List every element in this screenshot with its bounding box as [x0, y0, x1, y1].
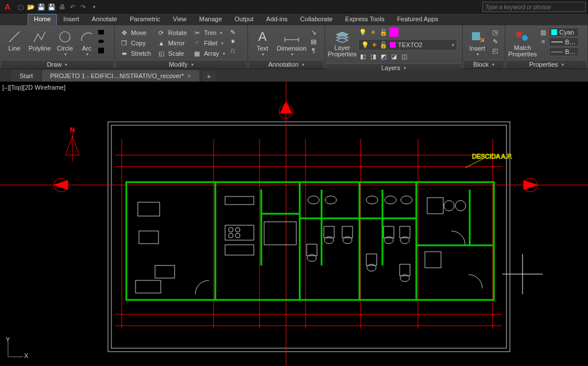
- layer-freeze-icon[interactable]: ☀: [369, 28, 378, 37]
- block-create-icon[interactable]: ◳: [490, 28, 500, 37]
- erase-icon[interactable]: ✎: [229, 28, 238, 37]
- circle-button[interactable]: Circle▾: [53, 28, 77, 59]
- list-icon[interactable]: ≡: [539, 37, 548, 46]
- svg-text:DESCIDA A.P.: DESCIDA A.P.: [472, 153, 512, 160]
- stretch-button[interactable]: ⬌Stretch: [117, 48, 153, 59]
- app-logo-icon[interactable]: A: [2, 2, 13, 12]
- layer-properties-icon: [334, 29, 351, 45]
- polyline-button[interactable]: Polyline: [28, 28, 52, 59]
- qat-new-icon[interactable]: ▢: [16, 2, 25, 11]
- qat-plot-icon[interactable]: 🖶: [57, 2, 67, 11]
- block-attr-icon[interactable]: ◰: [490, 46, 500, 55]
- tab-home[interactable]: Home: [28, 14, 57, 25]
- layer-lock-icon[interactable]: 🔓: [379, 28, 388, 37]
- panel-title-block[interactable]: Block▾: [464, 60, 504, 68]
- layer-properties-button[interactable]: Layer Properties: [327, 28, 357, 62]
- panel-title-properties[interactable]: Properties▾: [506, 60, 586, 68]
- layer-prev-icon[interactable]: ◪: [389, 52, 399, 61]
- tab-manage[interactable]: Manage: [193, 14, 229, 25]
- match-properties-button[interactable]: Match Properties: [508, 28, 537, 59]
- qat-undo-icon[interactable]: ↶: [68, 2, 77, 11]
- layer-combo[interactable]: 💡☀🔓 TEXTO2 ▾: [358, 39, 457, 51]
- dimension-button[interactable]: Dimension▾: [276, 28, 308, 59]
- tab-output[interactable]: Output: [229, 14, 260, 25]
- file-tabs: Start PROJETO 1 - EDIFICI…NISTRATIVO_rec…: [0, 69, 588, 82]
- qat-dropdown-icon[interactable]: ▼: [90, 2, 99, 11]
- ellipse-icon[interactable]: [96, 37, 106, 46]
- rotate-button[interactable]: ⟳Rotate: [154, 28, 189, 38]
- panel-title-layers[interactable]: Layers▾: [326, 63, 461, 72]
- tab-parametric[interactable]: Parametric: [123, 14, 167, 25]
- rectangle-icon[interactable]: [96, 28, 106, 37]
- dimension-label: Dimension: [277, 45, 307, 52]
- arc-label: Arc: [82, 45, 92, 52]
- array-button[interactable]: ▦Array▾: [190, 48, 227, 59]
- layer-match-icon[interactable]: ◩: [379, 52, 388, 61]
- svg-rect-60: [225, 225, 254, 240]
- ucs-icon: Y X: [3, 338, 26, 363]
- tab-insert[interactable]: Insert: [57, 14, 86, 25]
- mirror-button[interactable]: ▲Mirror: [154, 38, 189, 48]
- panel-annotation: A Text▾ Dimension▾ ↘ ▤ ¶ Annotation▾: [248, 25, 325, 68]
- table-icon[interactable]: ▤: [309, 37, 318, 46]
- fillet-button[interactable]: ◜Fillet▾: [190, 38, 227, 48]
- help-search-input[interactable]: Type a keyword or phrase: [482, 2, 586, 12]
- file-tab-project[interactable]: PROJETO 1 - EDIFICI…NISTRATIVO_recover*×: [42, 70, 199, 82]
- file-tab-start[interactable]: Start: [11, 70, 41, 82]
- tab-annotate[interactable]: Annotate: [86, 14, 123, 25]
- insert-block-button[interactable]: Insert▾: [465, 28, 489, 59]
- svg-rect-42: [126, 182, 494, 300]
- trim-button[interactable]: ✂Trim▾: [190, 28, 227, 38]
- svg-point-75: [366, 196, 378, 204]
- arc-button[interactable]: Arc▾: [78, 28, 95, 59]
- mtext-icon[interactable]: ¶: [309, 46, 318, 55]
- text-icon: A: [254, 29, 271, 45]
- qat-open-icon[interactable]: 📂: [26, 2, 36, 11]
- layer-state-icon[interactable]: ◫: [400, 52, 409, 61]
- explode-icon[interactable]: ✷: [229, 37, 238, 46]
- layer-off-icon[interactable]: ◨: [369, 52, 378, 61]
- qat-saveas-icon[interactable]: 💾: [47, 2, 56, 11]
- title-bar: A ▢ 📂 💾 💾 🖶 ↶ ↷ ▼ Type a keyword or phra…: [0, 0, 588, 14]
- tab-collaborate[interactable]: Collaborate: [294, 14, 339, 25]
- qat-redo-icon[interactable]: ↷: [78, 2, 87, 11]
- scale-icon: ◱: [157, 49, 166, 58]
- tab-addins[interactable]: Add-ins: [260, 14, 294, 25]
- svg-point-61: [229, 228, 233, 232]
- layer-on-icon[interactable]: 💡: [358, 28, 368, 37]
- panel-title-annotation[interactable]: Annotation▾: [249, 60, 323, 68]
- scale-button[interactable]: ◱Scale: [154, 48, 189, 59]
- leader-icon[interactable]: ↘: [309, 28, 318, 37]
- qat-save-icon[interactable]: 💾: [37, 2, 46, 11]
- hatch-icon[interactable]: [96, 46, 106, 55]
- quick-access-toolbar: ▢ 📂 💾 💾 🖶 ↶ ↷ ▼: [16, 2, 99, 11]
- panel-block: Insert▾ ◳ ✎ ◰ Block▾: [463, 25, 505, 68]
- text-button[interactable]: A Text▾: [250, 28, 274, 59]
- layer-iso-icon[interactable]: ◧: [358, 52, 368, 61]
- lineweight-combo[interactable]: B…: [549, 37, 579, 47]
- svg-rect-71: [307, 244, 317, 256]
- move-button[interactable]: ✥Move: [117, 28, 153, 38]
- panel-title-draw[interactable]: Draw▾: [1, 60, 113, 68]
- new-tab-button[interactable]: +: [203, 71, 215, 82]
- line-label: Line: [9, 45, 21, 52]
- panel-title-modify[interactable]: Modify▾: [116, 60, 246, 68]
- svg-rect-84: [400, 264, 410, 276]
- svg-point-3: [98, 40, 104, 43]
- close-tab-icon[interactable]: ×: [187, 72, 191, 79]
- drawing-canvas[interactable]: N: [0, 82, 588, 366]
- tab-express[interactable]: Express Tools: [339, 14, 390, 25]
- tab-featured[interactable]: Featured Apps: [390, 14, 444, 25]
- line-button[interactable]: Line: [2, 28, 26, 59]
- tab-view[interactable]: View: [167, 14, 193, 25]
- bylayer-icon[interactable]: ▥: [539, 28, 548, 37]
- offset-icon[interactable]: ⎍: [229, 46, 238, 55]
- color-combo[interactable]: Cyan: [549, 28, 579, 37]
- linetype-combo[interactable]: B…: [549, 47, 579, 56]
- layer-color-swatch[interactable]: [389, 28, 399, 37]
- copy-button[interactable]: ❐Copy: [117, 38, 153, 48]
- svg-marker-41: [524, 180, 537, 190]
- viewport[interactable]: [–][Top][2D Wireframe]: [0, 82, 588, 366]
- svg-point-68: [325, 196, 336, 204]
- block-edit-icon[interactable]: ✎: [490, 37, 500, 46]
